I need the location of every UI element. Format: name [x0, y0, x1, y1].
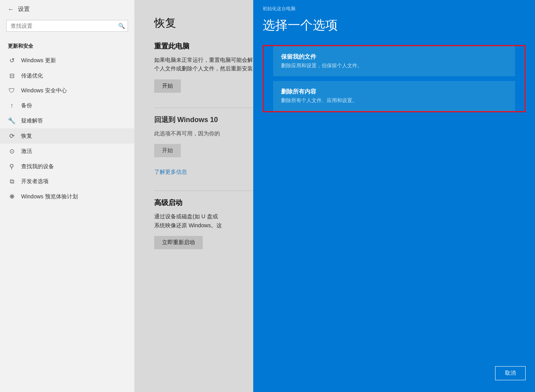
recovery-icon: ⟳ [8, 132, 16, 140]
main-content: 恢复 重置此电脑 如果电脑未正常运行，重置电脑可能会解决问题。重置时，可以选择保… [135, 0, 535, 392]
delivery-opt-icon: ⊟ [8, 72, 16, 79]
sidebar-item-label: Windows 预览体验计划 [21, 193, 78, 200]
sidebar-item-developer[interactable]: ⧉ 开发者选项 [0, 174, 134, 189]
sidebar-item-label: 激活 [21, 148, 32, 155]
find-device-icon: ⚲ [8, 163, 16, 170]
troubleshoot-icon: 🔧 [8, 117, 16, 124]
sidebar-item-activation[interactable]: ⊙ 激活 [0, 144, 134, 159]
sidebar-item-windows-update[interactable]: ↺ Windows 更新 [0, 53, 134, 68]
search-input[interactable] [6, 20, 128, 32]
modal-overlay: 初始化这台电脑 选择一个选项 保留我的文件 删除应用和设置，但保留个人文件。 删… [135, 0, 535, 392]
reset-options-modal: 初始化这台电脑 选择一个选项 保留我的文件 删除应用和设置，但保留个人文件。 删… [253, 0, 535, 392]
delete-all-desc: 删除所有个人文件、应用和设置。 [281, 97, 357, 104]
sidebar-item-label: 查找我的设备 [21, 163, 54, 170]
sidebar-item-label: Windows 安全中心 [21, 87, 67, 94]
windows-update-icon: ↺ [8, 57, 16, 64]
sidebar-item-label: Windows 更新 [21, 57, 56, 64]
sidebar-item-label: 传递优化 [21, 72, 43, 79]
keep-files-desc: 删除应用和设置，但保留个人文件。 [281, 62, 362, 69]
backup-icon: ↑ [8, 102, 16, 109]
sidebar-section-title: 更新和安全 [0, 40, 134, 53]
sidebar-item-label: 开发者选项 [21, 178, 49, 185]
delete-all-option[interactable]: 删除所有内容 删除所有个人文件、应用和设置。 [273, 81, 515, 111]
delete-all-title: 删除所有内容 [281, 88, 316, 95]
sidebar-item-find-device[interactable]: ⚲ 查找我的设备 [0, 159, 134, 174]
windows-security-icon: 🛡 [8, 87, 16, 94]
back-icon: ← [8, 6, 14, 13]
keep-files-option[interactable]: 保留我的文件 删除应用和设置，但保留个人文件。 [273, 46, 515, 76]
sidebar-title: 设置 [18, 5, 30, 13]
windows-insider-icon: ❋ [8, 193, 16, 200]
sidebar-item-windows-security[interactable]: 🛡 Windows 安全中心 [0, 83, 134, 98]
sidebar-item-windows-insider[interactable]: ❋ Windows 预览体验计划 [0, 189, 134, 204]
keep-files-title: 保留我的文件 [281, 53, 316, 61]
search-icon: 🔍 [118, 23, 125, 29]
developer-icon: ⧉ [8, 178, 16, 185]
sidebar-item-troubleshoot[interactable]: 🔧 疑难解答 [0, 113, 134, 128]
search-container: 🔍 [6, 20, 128, 32]
activation-icon: ⊙ [8, 147, 16, 155]
sidebar-item-label: 备份 [21, 102, 32, 109]
modal-cancel-button[interactable]: 取消 [495, 366, 526, 380]
modal-options-container: 保留我的文件 删除应用和设置，但保留个人文件。 删除所有内容 删除所有个人文件、… [263, 45, 526, 112]
sidebar-item-label: 疑难解答 [21, 117, 43, 124]
sidebar: ← 设置 🔍 更新和安全 ↺ Windows 更新 ⊟ 传递优化 🛡 Windo… [0, 0, 135, 392]
modal-footer: 取消 [495, 366, 526, 380]
sidebar-nav: ↺ Windows 更新 ⊟ 传递优化 🛡 Windows 安全中心 ↑ 备份 … [0, 53, 134, 204]
sidebar-header: ← 设置 [0, 0, 134, 18]
back-button[interactable]: ← [8, 6, 14, 13]
modal-title: 选择一个选项 [253, 12, 535, 45]
sidebar-item-backup[interactable]: ↑ 备份 [0, 98, 134, 113]
sidebar-item-recovery[interactable]: ⟳ 恢复 [0, 128, 134, 144]
modal-label: 初始化这台电脑 [253, 0, 535, 12]
sidebar-item-label: 恢复 [21, 133, 32, 140]
sidebar-item-delivery-opt[interactable]: ⊟ 传递优化 [0, 68, 134, 83]
